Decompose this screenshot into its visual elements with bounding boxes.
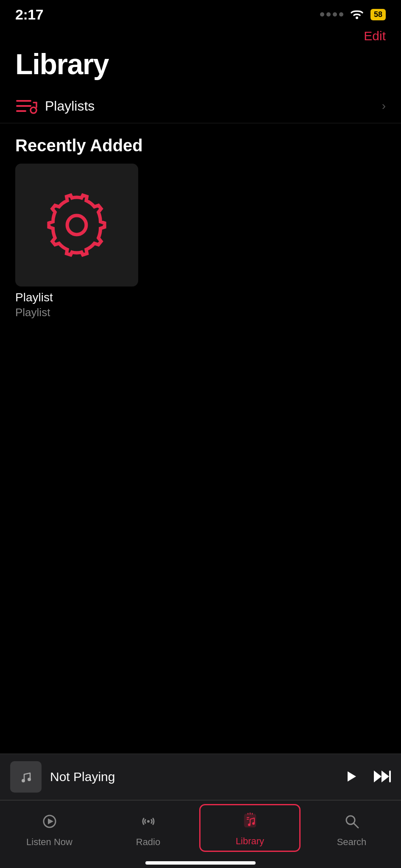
section-title-recently-added: Recently Added (0, 123, 401, 164)
library-icon (242, 812, 258, 832)
home-indicator (145, 861, 256, 865)
svg-marker-11 (374, 771, 382, 782)
album-grid: Playlist Playlist (0, 164, 401, 319)
tab-listen-now-label: Listen Now (26, 837, 72, 848)
wifi-icon (349, 8, 365, 20)
svg-point-8 (22, 779, 25, 782)
svg-point-18 (248, 823, 251, 826)
signal-icon (320, 12, 343, 17)
tab-library-label: Library (236, 836, 264, 847)
page-header: Edit (0, 25, 401, 43)
mini-player[interactable]: Not Playing (0, 754, 401, 800)
gear-icon (43, 191, 111, 259)
mini-player-title: Not Playing (50, 770, 343, 784)
tab-bar: Listen Now Radio (0, 800, 401, 868)
chevron-right-icon: › (382, 99, 386, 113)
svg-point-4 (31, 107, 36, 113)
album-name: Playlist (15, 291, 138, 304)
tab-radio[interactable]: Radio (99, 801, 198, 855)
svg-rect-13 (389, 771, 391, 782)
listen-now-icon (42, 813, 58, 833)
svg-point-0 (356, 17, 358, 19)
skip-forward-button[interactable] (372, 769, 391, 785)
status-time: 2:17 (15, 6, 43, 23)
tab-radio-label: Radio (136, 837, 160, 848)
radio-icon (140, 813, 156, 833)
svg-marker-15 (48, 818, 53, 824)
svg-point-9 (28, 778, 31, 781)
svg-marker-12 (382, 771, 389, 782)
playlists-icon (15, 97, 37, 114)
album-item[interactable]: Playlist Playlist (15, 164, 138, 319)
tab-library[interactable]: Library (199, 804, 301, 852)
mini-player-art (10, 761, 42, 793)
playlists-row[interactable]: Playlists › (0, 89, 401, 123)
tab-search[interactable]: Search (302, 801, 401, 855)
edit-button[interactable]: Edit (364, 29, 386, 43)
page-title: Library (0, 43, 401, 89)
svg-marker-10 (348, 771, 356, 782)
svg-point-16 (147, 820, 150, 823)
status-icons: 58 (320, 8, 386, 20)
search-icon (344, 813, 360, 833)
album-artist: Playlist (15, 306, 138, 319)
status-bar: 2:17 58 (0, 0, 401, 25)
play-button[interactable] (343, 769, 359, 785)
tab-listen-now[interactable]: Listen Now (0, 801, 99, 855)
mini-player-controls (343, 769, 391, 785)
playlists-label: Playlists (45, 98, 382, 114)
tab-search-label: Search (337, 837, 367, 848)
svg-point-19 (252, 822, 255, 825)
album-art (15, 164, 138, 287)
svg-point-7 (67, 216, 86, 235)
svg-line-26 (354, 823, 358, 828)
battery-indicator: 58 (370, 9, 386, 20)
